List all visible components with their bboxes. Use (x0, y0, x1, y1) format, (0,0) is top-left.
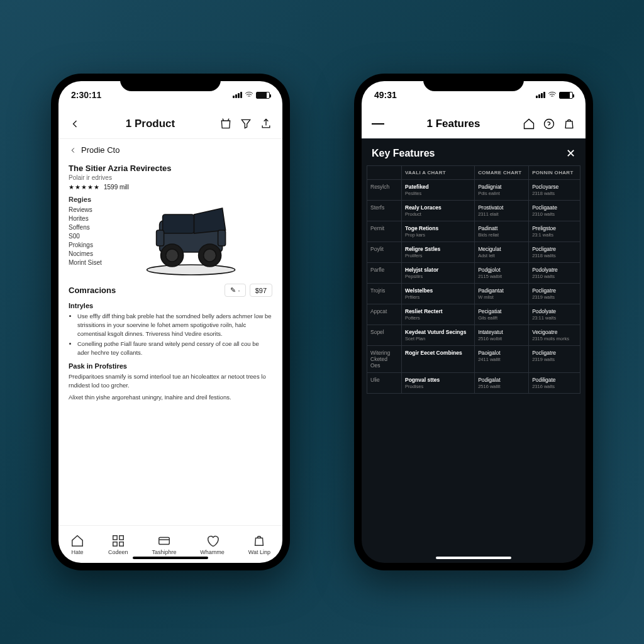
features-table: VAALI A CHART COMARE CHART PONNIN OHART … (362, 165, 586, 394)
feature-name: WelstelbesPrfilers (402, 284, 475, 304)
tag-item[interactable]: Horites (69, 215, 102, 222)
svg-rect-11 (113, 541, 116, 545)
home-icon[interactable] (523, 118, 535, 130)
feature-name: Resliet RectertPotters (402, 304, 475, 325)
svg-rect-10 (119, 535, 123, 539)
tag-item[interactable]: Soffens (69, 224, 102, 231)
row-label: Sopel (367, 325, 402, 346)
table-row: Witering Cketed OesRogir Eecet CombinesP… (367, 346, 580, 373)
product-image (109, 196, 272, 277)
app-header: 1 Features (362, 109, 586, 139)
page-title: 1 Product (81, 118, 219, 130)
table-row: PernitToge RetionsProp karsPadinattBids … (367, 221, 580, 242)
cell-ponnin: Vecigoatre2315 molis morks (529, 325, 580, 346)
row-label: Resylch (367, 180, 402, 201)
panel-title: Key Features (372, 148, 435, 159)
table-row: TrojrisWelstelbesPrfilersPadigantatW mli… (367, 284, 580, 304)
breadcrumb[interactable]: Prodie Cto (69, 139, 272, 161)
close-icon[interactable]: ✕ (566, 147, 575, 160)
svg-point-4 (165, 249, 178, 262)
tab-codes[interactable]: Codeen (108, 534, 128, 555)
tag-item[interactable]: S00 (69, 233, 102, 240)
tag-item[interactable]: Prokings (69, 242, 102, 248)
tab-wham[interactable]: Whamme (200, 534, 225, 555)
cell-compare: Podigalat2516 wallit (475, 373, 529, 394)
col-valia[interactable]: VAALI A CHART (402, 166, 475, 180)
col-ponnin[interactable]: PONNIN OHART (529, 166, 580, 180)
svg-rect-2 (162, 214, 194, 233)
screen-dark: 49:31 1 Features Key Features ✕ (362, 81, 586, 563)
table-row: ResylchPatefikedPeslitesPadiigniatPdis e… (367, 180, 580, 201)
tag-item[interactable]: Nocimes (69, 250, 102, 257)
tab-wat[interactable]: Wat Linp (248, 534, 270, 555)
status-icons (233, 91, 270, 99)
status-time: 2:30:11 (71, 90, 101, 100)
signal-icon (233, 92, 242, 98)
cell-compare: Intateyatut2516 wolbit (475, 325, 529, 346)
cell-ponnin: Pocligatre2319 walts (529, 346, 580, 373)
content-area: Prodie Cto The Sitier Azria Revirectes P… (58, 139, 282, 525)
cell-compare: PecigatiatGils eallft (475, 304, 529, 325)
back-icon[interactable] (69, 118, 81, 130)
battery-icon (559, 92, 573, 99)
body-text: Prediparitoes snamify is somd interlool … (69, 372, 272, 390)
edit-button[interactable]: ✎· (225, 284, 246, 297)
svg-rect-8 (218, 230, 225, 246)
app-header: 1 Product (58, 109, 282, 139)
feature-name: Pognval sttesProdises (402, 373, 475, 394)
phone-features: 49:31 1 Features Key Features ✕ (354, 74, 593, 570)
col-compare[interactable]: COMARE CHART (475, 166, 529, 180)
comparisons-title: Comracions (69, 286, 116, 295)
bag-icon[interactable] (563, 118, 575, 130)
table-row: UliePognval sttesProdisesPodigalat2516 w… (367, 373, 580, 394)
wifi-icon (548, 91, 557, 99)
home-indicator[interactable] (436, 557, 511, 559)
header-actions (523, 118, 575, 130)
tag-list: Regies Reviews Horites Soffens S00 Proki… (69, 196, 102, 277)
feature-name: Realy LoracesProduct (402, 201, 475, 221)
cell-ponnin: Preligstoe23:1 walts (529, 221, 580, 242)
help-icon[interactable] (543, 118, 555, 130)
svg-rect-13 (159, 537, 170, 544)
cell-compare: Prostivatot2311 elait (475, 201, 529, 221)
feature-name: Keydeat Vuturd SecingsScet Plan (402, 325, 475, 346)
battery-icon (256, 92, 270, 99)
cart-icon[interactable] (219, 118, 232, 130)
grid-icon (111, 534, 125, 548)
screen-light: 2:30:11 1 Product Prodie Cto The Sitier … (58, 81, 282, 563)
cell-ponnin: Pocligaate2310 walts (529, 201, 580, 221)
body-text: Alixet thin yishe argorehast uningry, In… (69, 393, 272, 402)
cell-compare: Podgjolot2115 walbit (475, 263, 529, 284)
cell-compare: MecigulatAdst lelt (475, 242, 529, 263)
row-label: Pernit (367, 221, 402, 242)
tag-item[interactable]: Reviews (69, 206, 102, 213)
page-title: 1 Features (384, 118, 523, 130)
bullet-list: Use effly diff thing bak preble hat the … (69, 312, 272, 357)
panel-header: Key Features ✕ (362, 139, 586, 165)
svg-point-6 (203, 249, 216, 262)
product-title: The Sitier Azria Revirectes (69, 164, 272, 173)
product-subtitle: Polair ir edrives (69, 174, 272, 181)
share-icon[interactable] (260, 118, 272, 130)
home-indicator[interactable] (133, 557, 208, 559)
tab-tash[interactable]: Tashiphre (152, 534, 176, 555)
cell-compare: PadiigniatPdis ealint (475, 180, 529, 201)
tag-item[interactable]: Morint Siset (69, 259, 102, 266)
pask-title: Pask in Profstires (69, 362, 272, 370)
bullet-item: Use effly diff thing bak preble hat the … (77, 312, 272, 338)
status-time: 49:31 (374, 90, 397, 100)
col-blank (367, 166, 402, 180)
notch (120, 74, 221, 91)
home-icon (70, 534, 84, 548)
tab-home[interactable]: Hate (70, 534, 84, 555)
menu-icon[interactable] (372, 118, 384, 130)
rating-count: 1599 mill (104, 184, 129, 191)
row-label: Appcat (367, 304, 402, 325)
filter-icon[interactable] (240, 118, 252, 130)
status-icons (536, 91, 573, 99)
feature-name: Toge RetionsProp kars (402, 221, 475, 242)
cell-ponnin: Podolyatre2310 walts (529, 263, 580, 284)
cell-compare: Paoigalot2411 wallit (475, 346, 529, 373)
svg-point-0 (147, 265, 235, 275)
feature-name: Religre SstlesProlifers (402, 242, 475, 263)
